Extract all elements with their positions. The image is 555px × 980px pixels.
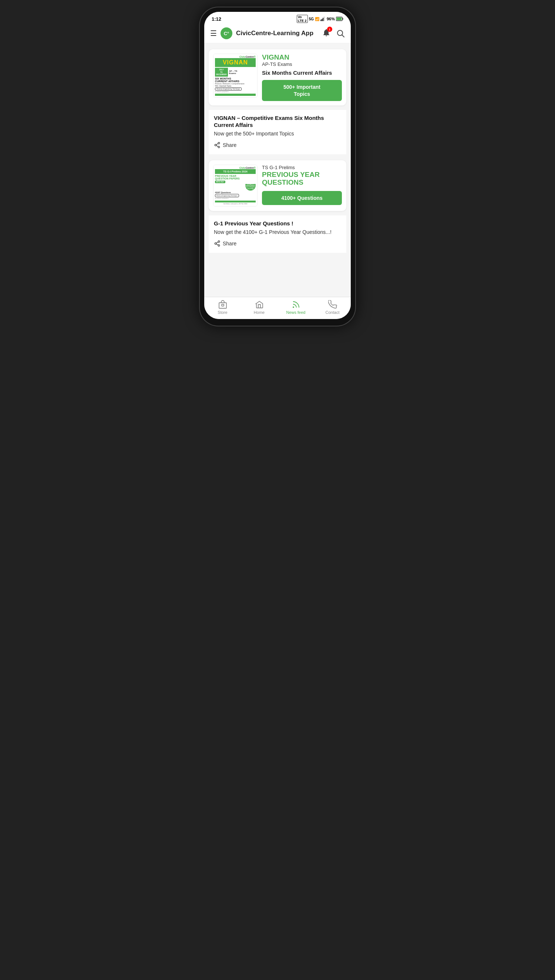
svg-point-9 [218,143,220,144]
tsg1-badge: #1 Academy in Telangana to publish Subje… [245,184,256,191]
card-subtitle-vignan: AP-TS Exams [262,61,342,67]
cta-button-vignan[interactable]: 500+ ImportantTopics [262,80,342,101]
nav-label-newsfeed: News feed [286,310,306,314]
product-card-tsg1: CivicCentre® TS G-I Prelims 2024 PREVIOU… [209,160,346,211]
svg-line-12 [216,146,218,146]
svg-point-11 [218,146,220,148]
card-content-tsg1: TS G-1 Prelims PREVIOUS YEARQUESTIONS 41… [262,165,342,205]
cover-subtitle-vignan: SIX MONTHSCURRENT AFFAIRS [215,77,256,83]
nav-label-contact: Contact [326,310,340,314]
svg-point-10 [215,144,217,146]
notification-wrapper[interactable]: 1 [322,28,331,38]
nav-label-home: Home [254,310,265,314]
nav-item-store[interactable]: Store [204,300,241,314]
5g-icon: 5G [309,17,314,21]
store-icon [218,300,227,309]
feed-item-tsg1: CivicCentre® TS G-I Prelims 2024 PREVIOU… [209,160,346,253]
post-title-vignan: VIGNAN – Competitive Exams Six Months Cu… [214,114,341,129]
tsg1-mid: #1 Academy in Telangana to publish Subje… [215,184,256,191]
share-label-tsg1: Share [223,241,236,247]
phone-shell: 1:12 VoLTE 2 5G 📶 96% [200,7,355,326]
tsg1-questions: 4100* Questions [215,191,256,194]
nav-label-store: Store [218,310,227,314]
status-time: 1:12 [212,16,221,22]
status-icons: VoLTE 2 5G 📶 96% [297,15,343,23]
cover-topics: 500+ Important Topics [215,85,256,87]
svg-rect-0 [321,19,322,21]
cover-exam-text: AP – TSExams [229,70,237,74]
cover-technique: Reverse Engineering Technique [215,87,242,91]
feed-item-vignan: CivicCentre® VIGNAN JULYTODECEMBER AP – … [209,49,346,154]
nav-item-home[interactable]: Home [241,300,278,314]
svg-point-14 [218,241,220,243]
tsg1-prev-title: PREVIOUS YEARQUESTION PAPERS [215,175,256,180]
tsg1-technique: Reverse Engineering Technique [215,194,239,197]
tsg1-footer-bar [215,200,256,202]
search-icon[interactable] [336,29,345,38]
header-icons: 1 [322,28,345,38]
card-inner-vignan: CivicCentre® VIGNAN JULYTODECEMBER AP – … [209,49,346,106]
nav-item-contact[interactable]: Contact [314,300,351,314]
card-main-title-tsg1: PREVIOUS YEARQUESTIONS [262,171,342,186]
notification-badge: 1 [327,27,332,32]
tsg1-cover: CivicCentre® TS G-I Prelims 2024 PREVIOU… [213,165,257,206]
cover-desc-vignan: Precise | Relevant | Comprehensive [215,83,256,85]
post-desc-tsg1: Now get the 4100+ G-1 Previous Year Ques… [214,229,341,236]
card-main-title-vignan: VIGNAN [262,54,342,61]
book-thumbnail-vignan: CivicCentre® VIGNAN JULYTODECEMBER AP – … [213,54,258,98]
svg-point-22 [293,307,294,308]
cover-footer-text: for effective preparation [215,91,256,93]
post-title-tsg1: G-1 Previous Year Questions ! [214,220,341,227]
tsg1-prep-text: for effective preparation [215,197,256,199]
cover-brand-vignan: CivicCentre® [215,56,256,58]
bottom-nav: Store Home News feed [204,297,351,319]
phone-icon [328,300,337,309]
cover-date-box: JULYTODECEMBER [215,68,228,77]
svg-rect-3 [324,17,325,21]
svg-rect-2 [322,18,324,21]
book-thumbnail-tsg1: CivicCentre® TS G-I Prelims 2024 PREVIOU… [213,165,258,207]
product-card-vignan: CivicCentre® VIGNAN JULYTODECEMBER AP – … [209,49,346,106]
svg-line-17 [216,244,218,245]
tsg1-title-bar: TS G-I Prelims 2024 [215,169,256,174]
cover-brand-tsg1: CivicCentre® [215,167,256,169]
battery-percent: 96% [327,17,335,21]
svg-rect-6 [337,18,342,20]
app-header: ☰ C° CivicCentre-Learning App 1 [204,24,351,43]
app-logo: C° [221,27,233,39]
cover-footer-bar [215,94,256,96]
svg-line-13 [216,144,218,145]
rss-icon [292,300,300,309]
status-bar: 1:12 VoLTE 2 5G 📶 96% [204,12,351,24]
svg-point-15 [215,243,217,245]
svg-line-18 [216,242,218,243]
cta-button-tsg1[interactable]: 4100+ Questions [262,191,342,205]
scroll-content: CivicCentre® VIGNAN JULYTODECEMBER AP – … [204,43,351,297]
volte-icon: VoLTE 2 [297,15,308,23]
app-title: CivicCentre-Learning App [236,30,318,37]
post-text-vignan: VIGNAN – Competitive Exams Six Months Cu… [209,110,346,155]
battery-icon [336,17,343,21]
share-button-vignan[interactable]: Share [214,140,236,151]
signal-icon [321,17,326,21]
cover-mid-vignan: JULYTODECEMBER AP – TSExams [215,68,256,77]
svg-point-16 [218,245,220,247]
svg-rect-5 [343,18,343,20]
wifi-icon: 📶 [315,17,319,21]
home-icon [255,300,264,309]
share-icon-tsg1 [214,240,221,247]
share-icon-vignan [214,142,221,148]
svg-rect-1 [322,19,322,21]
share-button-tsg1[interactable]: Share [214,239,236,250]
post-text-tsg1: G-1 Previous Year Questions ! Now get th… [209,215,346,253]
svg-rect-19 [219,303,226,308]
card-content-vignan: VIGNAN AP-TS Exams Six Months Current Af… [262,54,342,101]
svg-line-8 [342,35,345,37]
hamburger-icon[interactable]: ☰ [210,29,217,38]
nav-item-newsfeed[interactable]: News feed [278,300,314,314]
logo-text: C° [224,31,229,36]
card-subtitle-tsg1: TS G-1 Prelims [262,165,342,170]
phone-screen: 1:12 VoLTE 2 5G 📶 96% [204,12,351,319]
tsg1-edition: 3rd Edition released on 26 Feb 2024 [215,203,256,205]
post-desc-vignan: Now get the 500+ Important Topics [214,130,341,138]
